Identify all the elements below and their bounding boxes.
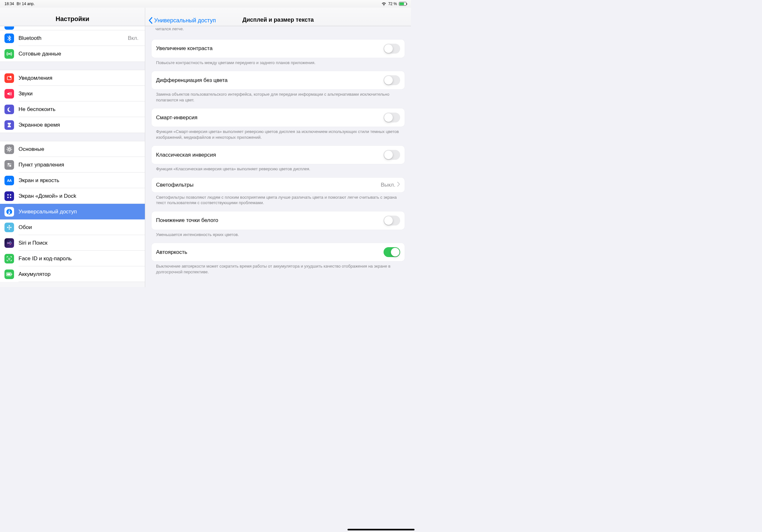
sidebar-item-label: Face ID и код-пароль (19, 255, 140, 262)
battery-icon (4, 270, 14, 279)
gear-icon (4, 145, 14, 154)
row-description: Светофильтры позволяют людям с плохим во… (152, 192, 405, 206)
svg-point-5 (10, 165, 11, 166)
sliders-icon (4, 160, 14, 170)
row-reduce-white-point[interactable]: Понижение точки белого (152, 212, 405, 230)
svg-point-4 (8, 163, 9, 165)
sidebar-item-bluetooth[interactable]: Bluetooth Вкл. (0, 30, 145, 46)
sidebar-item-label: Уведомления (19, 75, 140, 81)
sidebar-item-general[interactable]: Основные (0, 141, 145, 157)
sidebar-item-label: Пункт управления (19, 162, 140, 168)
sidebar-item-wallpaper[interactable]: Обои (0, 220, 145, 235)
antenna-icon (4, 49, 14, 59)
svg-rect-7 (10, 194, 11, 195)
sidebar-item-label: Обои (19, 224, 140, 231)
row-description: Замена объектов пользовательского интерф… (152, 89, 405, 103)
row-label: Автояркость (156, 249, 384, 255)
text-size-icon: AA (4, 176, 14, 185)
row-classic-invert[interactable]: Классическая инверсия (152, 146, 405, 164)
sidebar-item-cellular[interactable]: Сотовые данные (0, 46, 145, 62)
sidebar-item-notifications[interactable]: Уведомления (0, 70, 145, 86)
accessibility-icon (4, 207, 14, 217)
row-label: Классическая инверсия (156, 152, 384, 158)
svg-rect-8 (7, 197, 9, 198)
sidebar-item-battery[interactable]: Аккумулятор (0, 266, 145, 282)
sidebar-item-wifi[interactable] (0, 26, 145, 30)
toggle-classic-invert[interactable] (384, 150, 400, 160)
row-label: Увеличение контраста (156, 45, 384, 52)
sidebar-item-siri[interactable]: Siri и Поиск (0, 235, 145, 251)
settings-sidebar: Настройки Bluetooth Вкл. (0, 8, 145, 287)
row-auto-brightness[interactable]: Автояркость (152, 243, 405, 261)
svg-rect-9 (10, 197, 11, 198)
battery-percent: 72 % (388, 2, 397, 6)
bluetooth-icon (4, 33, 14, 43)
sidebar-item-value: Вкл. (128, 35, 138, 41)
svg-rect-6 (7, 194, 9, 195)
sidebar-item-label: Экран и яркость (19, 177, 140, 184)
toggle-differentiate[interactable] (384, 75, 400, 85)
cutoff-description: читался легче. (152, 26, 405, 34)
sidebar-item-sounds[interactable]: Звуки (0, 86, 145, 101)
svg-point-16 (10, 227, 12, 228)
row-label: Светофильтры (156, 182, 381, 188)
status-date: Вт 14 апр. (17, 2, 35, 6)
sidebar-item-label: Не беспокоить (19, 106, 140, 112)
row-description: Уменьшается интенсивность ярких цветов. (152, 230, 405, 237)
sidebar-item-label: Siri и Поиск (19, 240, 140, 246)
svg-point-15 (7, 227, 8, 228)
row-differentiate-without-color[interactable]: Дифференциация без цвета (152, 71, 405, 89)
row-description: Функция «Классическая инверсия цвета» вы… (152, 164, 405, 172)
sidebar-item-label: Основные (19, 146, 140, 153)
page-title: Дисплей и размер текста (243, 17, 314, 23)
sidebar-item-label: Bluetooth (19, 35, 128, 41)
siri-icon (4, 238, 14, 248)
row-smart-invert[interactable]: Смарт-инверсия (152, 108, 405, 127)
svg-point-0 (9, 53, 10, 54)
bell-icon (4, 73, 14, 83)
sidebar-item-label: Звуки (19, 91, 140, 97)
sidebar-item-control-center[interactable]: Пункт управления (0, 157, 145, 172)
back-label: Универсальный доступ (154, 17, 216, 24)
sidebar-item-label: Сотовые данные (19, 51, 140, 57)
wifi-icon (4, 27, 14, 30)
row-label: Дифференциация без цвета (156, 77, 384, 84)
svg-point-11 (9, 210, 10, 211)
back-button[interactable]: Универсальный доступ (148, 17, 216, 24)
row-description: Функция «Смарт-инверсия цвета» выполняет… (152, 127, 405, 140)
speaker-icon (4, 89, 14, 99)
wifi-icon (381, 2, 386, 6)
faceid-icon (4, 254, 14, 263)
row-description: Повысьте контрастность между цветами пер… (152, 58, 405, 66)
row-description: Выключение автояркости может сократить в… (152, 261, 405, 275)
toggle-reduce-white-point[interactable] (384, 216, 400, 226)
svg-point-14 (9, 229, 10, 230)
toggle-auto-brightness[interactable] (384, 247, 400, 257)
chevron-left-icon (148, 17, 153, 24)
sidebar-item-label: Экранное время (19, 122, 140, 128)
row-label: Понижение точки белого (156, 217, 384, 224)
row-color-filters[interactable]: Светофильтры Выкл. (152, 178, 405, 192)
sidebar-item-label: Экран «Домой» и Dock (19, 193, 140, 199)
sidebar-item-label: Универсальный доступ (19, 209, 140, 215)
status-bar: 18:34 Вт 14 апр. 72 % (0, 0, 411, 8)
sidebar-item-faceid[interactable]: Face ID и код-пароль (0, 251, 145, 266)
moon-icon (4, 104, 14, 114)
flower-icon (4, 223, 14, 232)
toggle-increase-contrast[interactable] (384, 44, 400, 54)
chevron-right-icon (397, 182, 400, 188)
svg-point-13 (9, 225, 10, 227)
sidebar-item-accessibility[interactable]: Универсальный доступ (0, 204, 145, 220)
sidebar-item-screentime[interactable]: Экранное время (0, 117, 145, 133)
svg-rect-19 (12, 274, 12, 275)
grid-icon (4, 191, 14, 201)
sidebar-item-display[interactable]: AA Экран и яркость (0, 172, 145, 188)
toggle-smart-invert[interactable] (384, 112, 400, 122)
svg-point-2 (10, 76, 12, 78)
sidebar-item-label: Аккумулятор (19, 271, 140, 278)
sidebar-item-dnd[interactable]: Не беспокоить (0, 101, 145, 117)
row-increase-contrast[interactable]: Увеличение контраста (152, 39, 405, 58)
svg-point-12 (9, 227, 10, 228)
sidebar-item-home-dock[interactable]: Экран «Домой» и Dock (0, 188, 145, 204)
row-value: Выкл. (381, 182, 395, 188)
